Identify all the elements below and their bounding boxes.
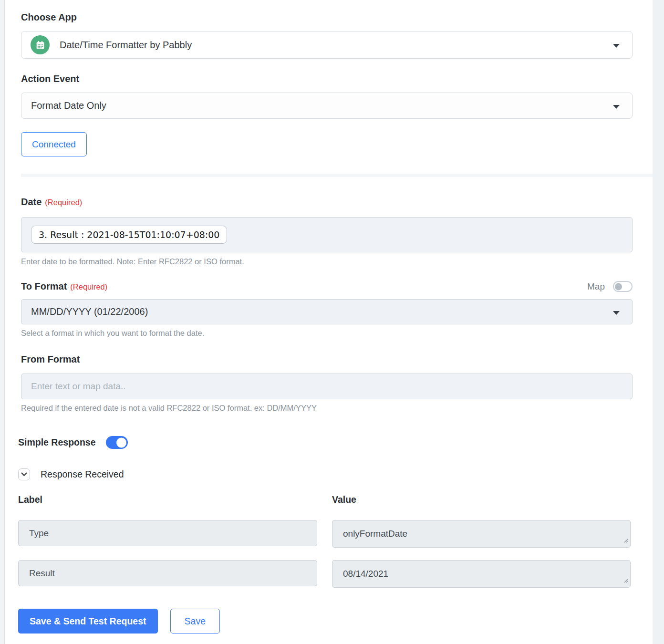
app-config-section: Choose App: [5, 0, 653, 156]
to-format-select[interactable]: MM/DD/YYYY (01/22/2006): [21, 299, 633, 324]
to-format-label: To Format: [21, 281, 67, 292]
label-column-header: Label: [18, 494, 317, 505]
response-value-text: onlyFormatDate: [343, 529, 407, 539]
date-helper-text: Enter date to be formatted. Note: Enter …: [21, 257, 633, 266]
response-label-field[interactable]: Type: [18, 520, 317, 546]
simple-response-label: Simple Response: [18, 437, 96, 448]
toggle-knob: [116, 437, 126, 447]
resize-grip-icon[interactable]: [623, 535, 628, 545]
app-select[interactable]: Date/Time Formatter by Pabbly: [21, 31, 633, 59]
response-value-field[interactable]: onlyFormatDate: [332, 520, 631, 548]
action-setup-panel: Choose App: [5, 0, 653, 644]
resize-grip-icon[interactable]: [623, 575, 628, 585]
chevron-down-icon: [21, 472, 27, 477]
from-format-label: From Format: [21, 354, 633, 365]
calendar-icon: [31, 35, 50, 54]
to-format-required-tag: (Required): [70, 282, 107, 291]
caret-down-icon: [613, 105, 620, 109]
connected-button[interactable]: Connected: [21, 132, 87, 156]
response-received-label: Response Received: [41, 469, 124, 480]
caret-down-icon: [613, 44, 620, 48]
mapped-data-token[interactable]: 3. Result : 2021-08-15T01:10:07+08:00: [31, 226, 227, 244]
field-mapping-section: Date (Required) 3. Result : 2021-08-15T0…: [5, 197, 653, 413]
value-column-header: Value: [332, 494, 631, 505]
section-divider: [21, 174, 653, 177]
caret-down-icon: [613, 311, 620, 315]
to-format-helper-text: Select a format in which you want to for…: [21, 329, 633, 338]
date-required-tag: (Required): [45, 198, 82, 207]
action-event-label: Action Event: [21, 73, 633, 84]
from-format-helper-text: Required if the entered date is not a va…: [21, 404, 633, 413]
to-format-value: MM/DD/YYYY (01/22/2006): [31, 306, 148, 317]
response-row-result: Result 08/14/2021: [18, 560, 633, 588]
save-button[interactable]: Save: [170, 609, 220, 634]
simple-response-toggle[interactable]: [106, 436, 128, 449]
response-collapse-button[interactable]: [18, 468, 30, 480]
date-field-label: Date: [21, 197, 42, 208]
response-value-text: 08/14/2021: [343, 569, 388, 579]
action-event-value: Format Date Only: [31, 100, 106, 111]
save-send-test-request-button[interactable]: Save & Send Test Request: [18, 609, 158, 634]
response-label-field[interactable]: Result: [18, 560, 317, 586]
map-toggle-label: Map: [587, 281, 605, 292]
toggle-knob: [615, 283, 622, 290]
page-right-gutter: [653, 0, 664, 644]
response-value-field[interactable]: 08/14/2021: [332, 560, 631, 588]
choose-app-label: Choose App: [21, 12, 633, 23]
map-toggle[interactable]: [613, 281, 633, 292]
action-event-select[interactable]: Format Date Only: [21, 93, 633, 119]
app-select-value: Date/Time Formatter by Pabbly: [60, 40, 192, 51]
from-format-input[interactable]: [21, 374, 633, 399]
response-section: Simple Response Response Received Label …: [5, 436, 653, 634]
page-left-gutter: [0, 0, 5, 644]
date-input[interactable]: 3. Result : 2021-08-15T01:10:07+08:00: [21, 217, 633, 252]
response-row-type: Type onlyFormatDate: [18, 520, 633, 548]
